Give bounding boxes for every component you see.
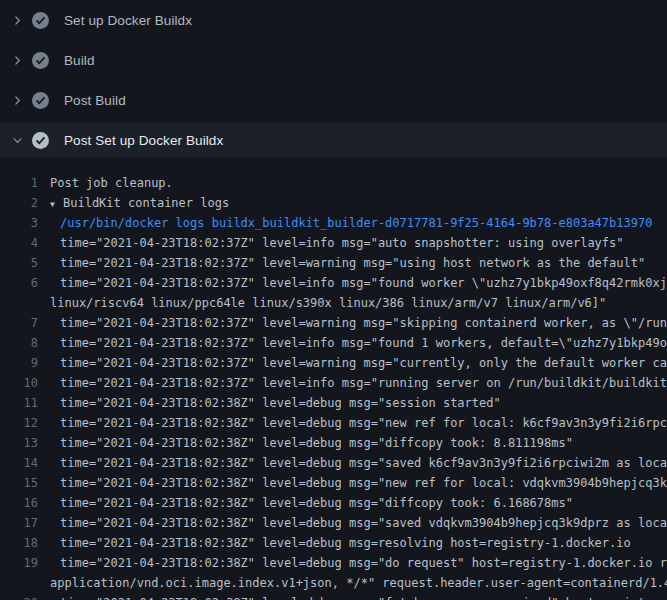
- log-line-text: time="2021-04-23T18:02:37Z" level=warnin…: [50, 353, 667, 373]
- chevron-right-icon[interactable]: [10, 13, 24, 27]
- log-line-text: application/vnd.oci.image.index.v1+json,…: [50, 573, 667, 593]
- step-section-title: Build: [64, 53, 95, 68]
- log-line-number[interactable]: 1: [0, 173, 38, 193]
- log-line: 10 time="2021-04-23T18:02:37Z" level=inf…: [0, 373, 667, 393]
- chevron-down-icon[interactable]: [10, 133, 24, 147]
- log-line-text: linux/riscv64 linux/ppc64le linux/s390x …: [50, 293, 606, 313]
- log-line-text: Post job cleanup.: [50, 173, 173, 193]
- steps-list: Set up Docker Buildx Build Post Build Po…: [0, 0, 667, 157]
- step-section-build[interactable]: Build: [0, 40, 667, 80]
- log-line-number[interactable]: 17: [0, 513, 38, 533]
- log-line: 13 time="2021-04-23T18:02:38Z" level=deb…: [0, 433, 667, 453]
- log-line-number[interactable]: 8: [0, 333, 38, 353]
- log-line-text: time="2021-04-23T18:02:38Z" level=debug …: [50, 393, 501, 413]
- log-line: 14 time="2021-04-23T18:02:38Z" level=deb…: [0, 453, 667, 473]
- log-line-number[interactable]: 11: [0, 393, 38, 413]
- log-line-text: time="2021-04-23T18:02:38Z" level=debug …: [50, 513, 667, 533]
- log-line-text: time="2021-04-23T18:02:38Z" level=debug …: [50, 453, 667, 473]
- log-line-text: time="2021-04-23T18:02:37Z" level=warnin…: [50, 253, 645, 273]
- log-line-number[interactable]: 16: [0, 493, 38, 513]
- log-line-text: time="2021-04-23T18:02:37Z" level=info m…: [50, 373, 667, 393]
- log-line-number[interactable]: 2: [0, 193, 38, 213]
- log-line: 4 time="2021-04-23T18:02:37Z" level=info…: [0, 233, 667, 253]
- step-section-title: Post Set up Docker Buildx: [64, 133, 223, 148]
- log-line: 7 time="2021-04-23T18:02:37Z" level=warn…: [0, 313, 667, 333]
- log-line-number[interactable]: 9: [0, 353, 38, 373]
- log-line: 8 time="2021-04-23T18:02:37Z" level=info…: [0, 333, 667, 353]
- log-line-number[interactable]: 20: [0, 593, 38, 600]
- step-section-title: Set up Docker Buildx: [64, 13, 192, 28]
- log-line: 1 Post job cleanup.: [0, 173, 667, 193]
- step-section-post-build[interactable]: Post Build: [0, 80, 667, 120]
- log-line: application/vnd.oci.image.index.v1+json,…: [0, 573, 667, 593]
- log-line: 12 time="2021-04-23T18:02:38Z" level=deb…: [0, 413, 667, 433]
- log-line: 9 time="2021-04-23T18:02:37Z" level=warn…: [0, 353, 667, 373]
- log-group-toggle-icon[interactable]: ▼: [50, 195, 63, 214]
- check-circle-icon: [32, 12, 49, 29]
- log-line-number: [0, 573, 38, 593]
- log-line-text: time="2021-04-23T18:02:37Z" level=info m…: [50, 233, 624, 253]
- log-line: 18 time="2021-04-23T18:02:38Z" level=deb…: [0, 533, 667, 553]
- log-line: 19 time="2021-04-23T18:02:38Z" level=deb…: [0, 553, 667, 573]
- log-line: 17 time="2021-04-23T18:02:38Z" level=deb…: [0, 513, 667, 533]
- log-line: 20 time="2021-04-23T18:02:38Z" level=deb…: [0, 593, 667, 600]
- log-line: 5 time="2021-04-23T18:02:37Z" level=warn…: [0, 253, 667, 273]
- log-line: 2 ▼BuildKit container logs: [0, 193, 667, 213]
- log-line-number[interactable]: 6: [0, 273, 38, 293]
- log-line-text[interactable]: ▼BuildKit container logs: [50, 193, 229, 213]
- log-line: 3 /usr/bin/docker logs buildx_buildkit_b…: [0, 213, 667, 233]
- log-line-number[interactable]: 4: [0, 233, 38, 253]
- log-line-text: time="2021-04-23T18:02:38Z" level=debug …: [50, 593, 667, 600]
- check-circle-icon: [32, 52, 49, 69]
- chevron-right-icon[interactable]: [10, 53, 24, 67]
- log-line-number[interactable]: 3: [0, 213, 38, 233]
- log-line-text: time="2021-04-23T18:02:38Z" level=debug …: [50, 433, 573, 453]
- log-line-text: time="2021-04-23T18:02:38Z" level=debug …: [50, 493, 573, 513]
- log-line-number[interactable]: 18: [0, 533, 38, 553]
- log-line: 16 time="2021-04-23T18:02:38Z" level=deb…: [0, 493, 667, 513]
- log-line-number[interactable]: 10: [0, 373, 38, 393]
- actions-log-page: { "colors": { "page_background": "#13161…: [0, 0, 667, 600]
- log-line-number: [0, 293, 38, 313]
- log-line-number[interactable]: 15: [0, 473, 38, 493]
- log-line-text: time="2021-04-23T18:02:37Z" level=warnin…: [50, 313, 667, 333]
- log-line-text: time="2021-04-23T18:02:37Z" level=info m…: [50, 333, 667, 353]
- chevron-right-icon[interactable]: [10, 93, 24, 107]
- step-section-title: Post Build: [64, 93, 126, 108]
- log-line-number[interactable]: 19: [0, 553, 38, 573]
- log-line-number[interactable]: 7: [0, 313, 38, 333]
- log-line-text: time="2021-04-23T18:02:38Z" level=debug …: [50, 533, 631, 553]
- log-line-text: /usr/bin/docker logs buildx_buildkit_bui…: [50, 213, 652, 233]
- log-line: linux/riscv64 linux/ppc64le linux/s390x …: [0, 293, 667, 313]
- step-section-post-set-up-docker-buildx[interactable]: Post Set up Docker Buildx: [0, 123, 667, 157]
- log-line-number[interactable]: 13: [0, 433, 38, 453]
- log-line-text: time="2021-04-23T18:02:38Z" level=debug …: [50, 413, 667, 433]
- log-line: 15 time="2021-04-23T18:02:38Z" level=deb…: [0, 473, 667, 493]
- log-line-text: time="2021-04-23T18:02:38Z" level=debug …: [50, 553, 667, 573]
- log-line-text: time="2021-04-23T18:02:38Z" level=debug …: [50, 473, 667, 493]
- log-viewer: 1 Post job cleanup. 2 ▼BuildKit containe…: [0, 160, 667, 600]
- log-line-number[interactable]: 5: [0, 253, 38, 273]
- log-line-number[interactable]: 12: [0, 413, 38, 433]
- check-circle-icon: [32, 132, 49, 149]
- log-line: 6 time="2021-04-23T18:02:37Z" level=info…: [0, 273, 667, 293]
- step-section-set-up-docker-buildx[interactable]: Set up Docker Buildx: [0, 0, 667, 40]
- check-circle-icon: [32, 92, 49, 109]
- log-line-number[interactable]: 14: [0, 453, 38, 473]
- log-line-text: time="2021-04-23T18:02:37Z" level=info m…: [50, 273, 667, 293]
- log-line: 11 time="2021-04-23T18:02:38Z" level=deb…: [0, 393, 667, 413]
